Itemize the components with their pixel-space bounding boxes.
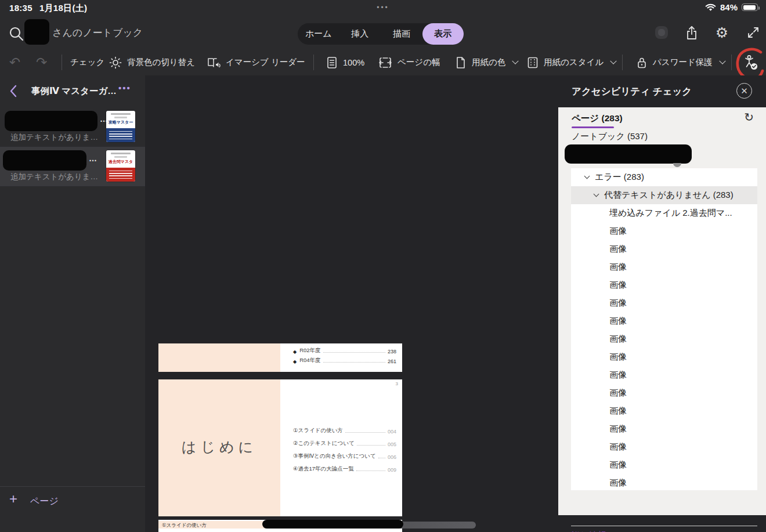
background-switch-button[interactable]: 背景色の切り替え xyxy=(109,49,195,75)
tree-item-image[interactable]: 画像 xyxy=(571,366,757,384)
accessibility-panel-body: ページ (283) ↻ ノートブック (537) エラー (283) 代替テキス… xyxy=(558,107,766,515)
share-button[interactable] xyxy=(684,24,700,41)
status-date: 1月18日(土) xyxy=(39,3,87,13)
tab-draw[interactable]: 描画 xyxy=(381,23,422,45)
thumbnail-band xyxy=(106,128,135,142)
lock-icon xyxy=(636,56,648,69)
page-subtitle: 追加テキストがありま… xyxy=(10,132,98,143)
tree-item-no-alt-text[interactable]: 代替テキストがありません (283) xyxy=(571,186,757,204)
dotted-leader xyxy=(378,458,385,458)
page-width-button[interactable]: ページの幅 xyxy=(378,49,440,75)
settings-button[interactable]: ⚙ xyxy=(714,24,730,41)
tree-item-error[interactable]: エラー (283) xyxy=(571,168,757,186)
panel-tab-pages[interactable]: ページ (283) xyxy=(572,113,623,125)
page-list-sidebar: 事例Ⅳ マスターガ… ••• … 追加テキストがありま… 攻略マスター … 追加… xyxy=(0,75,145,532)
gear-icon: ⚙ xyxy=(716,26,728,40)
tree-item-image[interactable]: 画像 xyxy=(571,258,757,276)
toc-page-number: 006 xyxy=(388,454,396,460)
dotted-leader xyxy=(345,432,385,433)
tab-insert[interactable]: 挿入 xyxy=(339,23,381,45)
tree-label: 画像 xyxy=(609,388,627,399)
section-title: 事例Ⅳ マスターガ… xyxy=(31,85,113,97)
search-button[interactable] xyxy=(8,26,26,43)
page-title-overflow: … xyxy=(89,154,97,163)
chevron-down-icon xyxy=(584,173,590,179)
background-switch-label: 背景色の切り替え xyxy=(127,57,195,68)
tree-item-image[interactable]: 画像 xyxy=(571,348,757,366)
tree-label: 画像 xyxy=(609,226,627,237)
page-thumbnail: 過去問マスタ xyxy=(106,150,135,182)
tree-item-image[interactable]: 画像 xyxy=(571,402,757,420)
copilot-button[interactable] xyxy=(653,24,670,41)
tree-label: 代替テキストがありません (283) xyxy=(604,190,734,201)
copilot-icon xyxy=(655,26,668,39)
redo-button[interactable]: ↷ xyxy=(36,49,47,75)
toc-row: ③事例Ⅳとの向き合い方について 006 xyxy=(293,453,396,460)
refresh-icon: ↻ xyxy=(744,111,754,124)
dotted-leader xyxy=(323,362,385,363)
check-button[interactable]: チェック xyxy=(70,49,104,75)
tab-view[interactable]: 表示 xyxy=(422,23,464,45)
tree-item-image[interactable]: 画像 xyxy=(571,276,757,294)
toc-label: ②このテキストについて xyxy=(293,440,355,447)
tree-item-image[interactable]: 画像 xyxy=(571,240,757,258)
doc-page-fragment-top: ◆ R02年度 238 ◆ R04年度 261 xyxy=(158,343,402,372)
diamond-bullet: ◆ xyxy=(293,359,297,364)
tree-item-image[interactable]: 画像 xyxy=(571,294,757,312)
accessibility-check-icon xyxy=(742,54,759,71)
thumbnail-line xyxy=(109,131,132,132)
tree-item-image[interactable]: 画像 xyxy=(571,420,757,438)
tree-item-image[interactable]: 画像 xyxy=(571,330,757,348)
zoom-doc-icon xyxy=(326,56,338,69)
dotted-leader xyxy=(357,445,385,446)
refresh-button[interactable]: ↻ xyxy=(744,110,754,124)
tree-item-image[interactable]: 画像 xyxy=(571,222,757,240)
password-protect-button[interactable]: パスワード保護 xyxy=(636,49,725,75)
toc-page-number: 238 xyxy=(388,349,396,354)
accessibility-panel-header: アクセシビリティ チェック ✕ xyxy=(558,75,766,107)
panel-tab-notebook[interactable]: ノートブック (537) xyxy=(572,131,648,142)
chevron-down-icon xyxy=(512,57,519,64)
chevron-down-icon xyxy=(594,191,599,197)
toc-row: ◆ R04年度 261 xyxy=(293,357,396,364)
back-button[interactable] xyxy=(9,85,21,99)
thumbnail-title: 過去問マスタ xyxy=(106,159,135,165)
paper-style-button[interactable]: 用紙のスタイル xyxy=(527,49,616,75)
immersive-reader-button[interactable]: イマーシブ リーダー xyxy=(207,49,305,75)
tree-item-image[interactable]: 画像 xyxy=(571,312,757,330)
toc-label: ④過去17年の大論点一覧 xyxy=(293,465,354,473)
paper-color-button[interactable]: 用紙の色 xyxy=(455,49,518,75)
accessibility-check-button[interactable] xyxy=(742,54,759,71)
thumbnail-line xyxy=(109,178,132,179)
tree-item-image[interactable]: 画像 xyxy=(571,438,757,456)
search-icon xyxy=(8,26,24,42)
page-number: 3 xyxy=(396,381,398,386)
redacted-username xyxy=(24,19,49,45)
close-panel-button[interactable]: ✕ xyxy=(736,83,752,99)
wifi-icon xyxy=(705,3,716,12)
multitask-indicator[interactable]: ••• xyxy=(377,3,389,12)
tree-item-image[interactable]: 画像 xyxy=(571,384,757,402)
tree-item-image[interactable]: 画像 xyxy=(571,456,757,474)
page-subtitle: 追加テキストがありま… xyxy=(10,172,98,182)
toc-label: ①スライドの使い方 xyxy=(293,427,343,435)
thumbnail-line xyxy=(109,175,132,176)
chevron-left-icon xyxy=(9,85,17,97)
page-list-item-selected[interactable]: … 追加テキストがありま… 過去問マスタ xyxy=(0,147,145,186)
page-list-item[interactable]: … 追加テキストがありま… 攻略マスター xyxy=(0,107,145,147)
notebook-title: さんのノートブック xyxy=(52,26,143,39)
expand-icon xyxy=(746,26,760,39)
fullscreen-button[interactable] xyxy=(745,24,761,41)
tree-label: 画像 xyxy=(609,459,627,471)
tree-item-embedded-file[interactable]: 埋め込みファイル 2.過去問マ... xyxy=(571,204,757,222)
tab-home[interactable]: ホーム xyxy=(298,23,339,45)
tree-label: 画像 xyxy=(609,334,627,345)
add-page-button[interactable]: + ページ xyxy=(0,488,145,514)
paper-style-icon xyxy=(527,56,539,69)
section-more-button[interactable]: ••• xyxy=(118,83,131,93)
undo-button[interactable]: ↶ xyxy=(9,49,20,75)
tree-item-image[interactable]: 画像 xyxy=(571,474,757,490)
tree-label: エラー (283) xyxy=(595,172,644,183)
zoom-button[interactable]: 100% xyxy=(326,49,364,75)
toc-label: R04年度 xyxy=(299,357,320,364)
